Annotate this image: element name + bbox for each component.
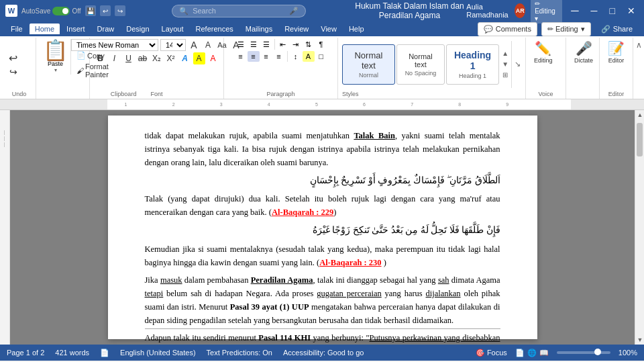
title-bar-right: Aulia Ramadhania AR ✏ Editing ▾ ─ ─ □ ✕: [466, 0, 639, 24]
spell-check-icon[interactable]: 📄: [100, 349, 109, 357]
scroll-up-btn[interactable]: ▲: [635, 110, 644, 120]
menu-design[interactable]: Design: [121, 24, 154, 34]
sort-btn[interactable]: ⇅: [303, 39, 315, 50]
avatar[interactable]: AR: [515, 3, 525, 18]
menu-file[interactable]: File: [5, 24, 28, 34]
paragraph-group: ☰ ☰ ☰ ⇤ ⇥ ⇅ ¶ ≡ ≡ ≡ ≡ ↕ A □ Paragraph: [224, 38, 338, 99]
paste-dropdown[interactable]: ▾: [54, 67, 57, 73]
shading-btn[interactable]: A: [303, 51, 315, 62]
editor-btn[interactable]: 📝 Editor: [604, 39, 629, 65]
editing-btn[interactable]: ✏ Editing ▾: [541, 22, 591, 36]
font-size-select[interactable]: 14: [160, 39, 186, 51]
styles-scroll-down[interactable]: ▼: [500, 60, 510, 69]
search-box[interactable]: 🔍 🎤: [172, 5, 306, 17]
close-btn[interactable]: ✕: [624, 4, 639, 17]
menu-help[interactable]: Help: [343, 24, 370, 34]
scroll-track[interactable]: [635, 120, 644, 335]
multilevel-btn[interactable]: ☰: [260, 39, 272, 50]
font-row-1: Times New Roman 14 A A Aa A: [71, 39, 242, 51]
styles-expand[interactable]: ⊞: [500, 71, 510, 80]
align-right-btn[interactable]: ≡: [260, 51, 272, 62]
numbering-btn[interactable]: ☰: [248, 39, 260, 50]
scrollbar[interactable]: ▲ ▼: [635, 110, 644, 345]
read-view-btn[interactable]: 📖: [539, 349, 549, 357]
save-icon[interactable]: 💾: [85, 5, 96, 16]
document-page[interactable]: tidak dapat melakukan rujuk, apabila sua…: [108, 116, 537, 339]
styles-group: Normal text Normal Normal text No Spacin…: [338, 38, 526, 99]
redo-btn[interactable]: ↪: [7, 66, 19, 78]
scroll-thumb[interactable]: [637, 123, 643, 156]
dictate-btn[interactable]: 🎤 Dictate: [570, 39, 597, 65]
language-label[interactable]: English (United States): [120, 349, 196, 357]
collapse-ribbon-btn[interactable]: ∧: [633, 38, 644, 99]
maximize-btn[interactable]: □: [606, 4, 619, 17]
underline-btn[interactable]: U: [123, 52, 135, 64]
font-row-2: B I U ab X₂ X² A A A: [95, 52, 219, 64]
minimize-btn[interactable]: ─: [588, 4, 601, 17]
ruler-mark-1: 1: [125, 102, 127, 107]
scroll-down-btn[interactable]: ▼: [635, 335, 644, 345]
zoom-slider[interactable]: [557, 351, 610, 354]
undo-title-icon[interactable]: ↩: [100, 5, 111, 16]
highlight-btn[interactable]: A: [193, 52, 205, 64]
edit-status-btn[interactable]: ✏ Editing ▾: [531, 0, 562, 24]
menu-draw[interactable]: Draw: [92, 24, 120, 34]
bold-btn[interactable]: B: [95, 52, 107, 64]
redo-title-icon[interactable]: ↪: [115, 5, 125, 16]
microphone-icon: 🎤: [576, 40, 592, 56]
strikethrough-btn[interactable]: ab: [137, 52, 149, 64]
style-normal-card[interactable]: Normal text Normal: [342, 44, 395, 85]
italic-btn[interactable]: I: [109, 52, 121, 64]
shrink-font-btn[interactable]: A: [202, 39, 214, 51]
print-view-btn[interactable]: 📄: [515, 349, 525, 357]
align-left-btn[interactable]: ≡: [235, 51, 247, 62]
style-heading1-card[interactable]: Heading 1 Heading 1: [446, 44, 499, 85]
bullets-btn[interactable]: ☰: [235, 39, 247, 50]
line-spacing-btn[interactable]: ↕: [290, 51, 302, 62]
ruler-mark-3: 3: [220, 102, 223, 107]
autosave-toggle[interactable]: [52, 7, 70, 15]
zoom-thumb[interactable]: [594, 349, 601, 355]
increase-indent-btn[interactable]: ⇥: [290, 39, 302, 50]
styles-dialog-btn[interactable]: ↘: [513, 60, 521, 69]
style-nospacing-card[interactable]: Normal text No Spacing: [396, 44, 445, 85]
page-markers: — — —: [3, 130, 7, 147]
subscript-btn[interactable]: X₂: [151, 52, 163, 64]
microphone-icon: 🎤: [289, 7, 299, 15]
border-btn[interactable]: □: [315, 51, 327, 62]
align-center-btn[interactable]: ≡: [248, 51, 260, 62]
focus-label[interactable]: 🎯 Focus: [476, 349, 507, 357]
web-view-btn[interactable]: 🌐: [527, 349, 537, 357]
menu-references[interactable]: References: [191, 24, 239, 34]
paste-btn[interactable]: 📋 Paste ▾: [40, 39, 71, 75]
superscript-btn[interactable]: X²: [165, 52, 177, 64]
ribbon: ↩ ↪ Undo 📋 Paste ▾ ✂Cut 📄Copy 🖌Format Pa…: [0, 36, 644, 99]
menu-mailings[interactable]: Mailings: [240, 24, 278, 34]
editing-btn-ribbon[interactable]: ✏️ Editing: [530, 39, 557, 65]
menu-review[interactable]: Review: [279, 24, 314, 34]
style-nospacing-preview: Normal text: [404, 52, 437, 69]
font-name-select[interactable]: Times New Roman: [71, 39, 158, 51]
menu-insert[interactable]: Insert: [61, 24, 91, 34]
undo-btn[interactable]: ↩: [7, 51, 19, 65]
text-effects-btn[interactable]: A: [179, 52, 191, 64]
show-marks-btn[interactable]: ¶: [315, 39, 327, 50]
menu-layout[interactable]: Layout: [156, 24, 189, 34]
share-btn[interactable]: 🔗 Share: [595, 22, 639, 36]
accessibility-label[interactable]: Accessibility: Good to go: [283, 349, 364, 357]
decrease-indent-btn[interactable]: ⇤: [277, 39, 289, 50]
justify-btn[interactable]: ≡: [273, 51, 285, 62]
grow-font-btn[interactable]: A: [188, 39, 200, 51]
doc-container[interactable]: tidak dapat melakukan rujuk, apabila sua…: [10, 110, 635, 345]
view-mode-icons: 📄 🌐 📖: [515, 349, 549, 357]
menu-home[interactable]: Home: [30, 24, 60, 34]
ruler-mark-2: 2: [172, 102, 175, 107]
para-1: tidak dapat melakukan rujuk, apabila sua…: [145, 129, 500, 169]
comments-btn[interactable]: 💬 Comments: [478, 22, 537, 36]
ruler-right-margin: [578, 99, 587, 109]
search-input[interactable]: [193, 7, 285, 15]
font-color-btn[interactable]: A: [207, 52, 219, 64]
menu-view[interactable]: View: [315, 24, 342, 34]
styles-scroll-up[interactable]: ▲: [500, 49, 510, 58]
restore-btn[interactable]: ─: [568, 3, 582, 18]
